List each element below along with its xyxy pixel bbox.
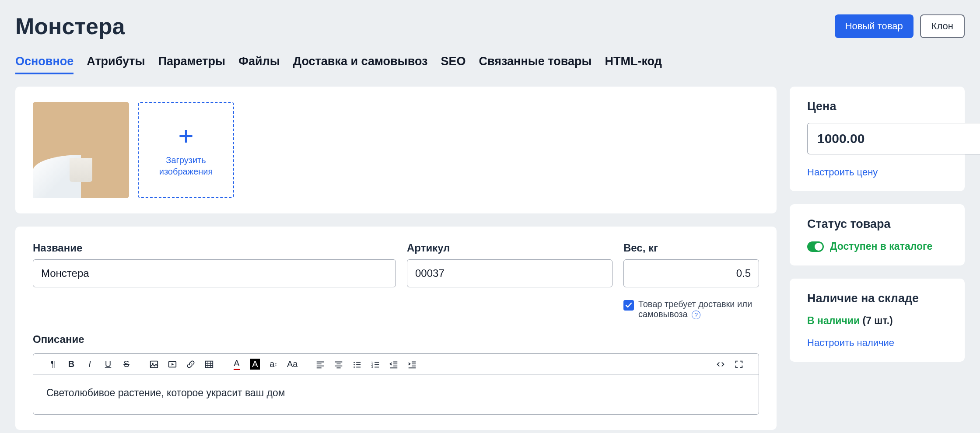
delivery-checkbox-label: Товар требует доставки или самовывоза ? xyxy=(638,299,759,319)
clone-button[interactable]: Клон xyxy=(920,14,965,38)
video-icon[interactable] xyxy=(168,360,177,369)
bold-icon[interactable]: B xyxy=(66,359,76,369)
svg-point-5 xyxy=(354,364,355,365)
align-center-icon[interactable] xyxy=(334,360,343,369)
svg-rect-3 xyxy=(206,361,213,367)
list-numbered-icon[interactable]: 123 xyxy=(371,360,380,369)
weight-input[interactable] xyxy=(623,259,759,287)
images-card: + Загрузить изображения xyxy=(15,87,777,213)
main-form-card: Название Артикул Вес, кг Товар т xyxy=(15,227,777,430)
stock-status: В наличии (7 шт.) xyxy=(807,315,947,327)
status-toggle[interactable] xyxy=(807,241,824,252)
price-card: Цена ₽ Настроить цену xyxy=(790,87,965,191)
upload-label: Загрузить изображения xyxy=(139,154,233,177)
product-image-thumbnail[interactable] xyxy=(33,102,129,198)
tab-parameters[interactable]: Параметры xyxy=(158,55,225,74)
page-title: Монстера xyxy=(15,13,125,39)
description-textarea[interactable]: Светолюбивое растение, которое украсит в… xyxy=(33,375,759,414)
status-title: Статус товара xyxy=(807,217,947,231)
new-product-button[interactable]: Новый товар xyxy=(835,14,914,38)
underline-icon[interactable]: U xyxy=(103,359,113,369)
code-view-icon[interactable] xyxy=(716,360,725,369)
status-card: Статус товара Доступен в каталоге xyxy=(790,204,965,265)
outdent-icon[interactable] xyxy=(389,360,399,369)
sku-label: Артикул xyxy=(407,242,612,254)
italic-icon[interactable]: I xyxy=(85,359,94,369)
delivery-checkbox[interactable] xyxy=(623,300,634,311)
svg-point-4 xyxy=(354,362,355,363)
font-size-icon[interactable]: a↕ xyxy=(269,359,278,369)
tab-html[interactable]: HTML-код xyxy=(605,55,662,74)
tab-main[interactable]: Основное xyxy=(15,55,74,74)
image-icon[interactable] xyxy=(149,360,159,369)
status-label: Доступен в каталоге xyxy=(830,241,932,252)
paragraph-icon[interactable]: ¶ xyxy=(48,359,58,369)
name-input[interactable] xyxy=(33,259,396,287)
name-label: Название xyxy=(33,242,396,254)
description-editor: ¶ B I U S A xyxy=(33,353,759,415)
upload-images-button[interactable]: + Загрузить изображения xyxy=(138,102,234,198)
tab-delivery[interactable]: Доставка и самовывоз xyxy=(293,55,428,74)
sku-input[interactable] xyxy=(407,259,612,287)
help-icon[interactable]: ? xyxy=(692,311,700,319)
configure-price-link[interactable]: Настроить цену xyxy=(807,167,878,178)
tab-related[interactable]: Связанные товары xyxy=(479,55,592,74)
tab-files[interactable]: Файлы xyxy=(238,55,280,74)
check-icon xyxy=(625,302,632,309)
editor-toolbar: ¶ B I U S A xyxy=(33,354,759,375)
svg-text:3: 3 xyxy=(371,365,373,368)
plus-icon: + xyxy=(178,123,193,149)
link-icon[interactable] xyxy=(186,360,196,369)
svg-point-6 xyxy=(354,367,355,368)
stock-title: Наличие на складе xyxy=(807,292,947,305)
indent-icon[interactable] xyxy=(407,360,417,369)
highlight-icon[interactable]: A xyxy=(250,359,260,370)
text-color-icon[interactable]: A xyxy=(232,358,242,370)
tabs: Основное Атрибуты Параметры Файлы Достав… xyxy=(15,55,965,74)
align-left-icon[interactable] xyxy=(315,360,325,369)
price-input[interactable] xyxy=(807,123,980,154)
list-bullet-icon[interactable] xyxy=(352,360,362,369)
weight-label: Вес, кг xyxy=(623,242,759,254)
configure-stock-link[interactable]: Настроить наличие xyxy=(807,337,894,349)
stock-card: Наличие на складе В наличии (7 шт.) Наст… xyxy=(790,279,965,362)
price-title: Цена xyxy=(807,100,947,113)
fullscreen-icon[interactable] xyxy=(734,360,744,369)
tab-seo[interactable]: SEO xyxy=(441,55,466,74)
strikethrough-icon[interactable]: S xyxy=(122,359,131,369)
tab-attributes[interactable]: Атрибуты xyxy=(87,55,145,74)
table-icon[interactable] xyxy=(204,360,214,369)
text-case-icon[interactable]: Aa xyxy=(287,359,298,369)
description-label: Описание xyxy=(33,333,759,346)
